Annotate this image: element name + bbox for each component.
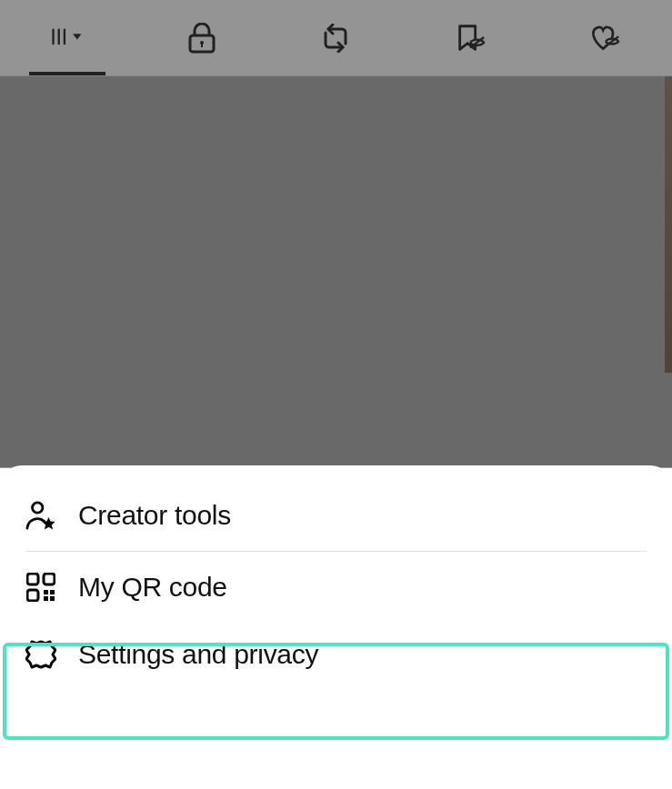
profile-options-sheet: Creator tools My QR code Settings and pr… xyxy=(0,465,672,789)
qr-code-icon xyxy=(25,572,56,603)
svg-rect-12 xyxy=(44,590,48,594)
menu-item-label: My QR code xyxy=(78,572,227,603)
svg-rect-14 xyxy=(44,596,48,601)
svg-rect-13 xyxy=(50,590,55,594)
svg-point-8 xyxy=(33,503,43,513)
profile-content-area xyxy=(0,76,672,467)
creator-tools-item[interactable]: Creator tools xyxy=(0,482,672,549)
settings-privacy-item[interactable]: Settings and privacy xyxy=(0,621,672,688)
svg-rect-9 xyxy=(27,574,38,584)
person-star-icon xyxy=(25,500,56,531)
svg-rect-11 xyxy=(27,590,38,601)
bookmark-hidden-icon xyxy=(455,23,486,54)
qr-code-item[interactable]: My QR code xyxy=(0,554,672,621)
reposts-tab[interactable] xyxy=(269,0,404,75)
lock-icon xyxy=(186,23,217,54)
settings-icon xyxy=(25,639,56,670)
liked-tab[interactable] xyxy=(537,0,672,75)
menu-item-label: Settings and privacy xyxy=(78,639,318,670)
grid-tab[interactable] xyxy=(0,0,135,75)
menu-item-label: Creator tools xyxy=(78,500,231,531)
repost-icon xyxy=(320,23,351,54)
heart-hidden-icon xyxy=(589,23,620,54)
profile-tab-bar xyxy=(0,0,672,76)
saved-tab[interactable] xyxy=(403,0,537,75)
grid-sort-icon xyxy=(52,23,83,54)
menu-divider xyxy=(25,551,647,552)
private-tab[interactable] xyxy=(135,0,269,75)
grid-thumbnail-edge xyxy=(665,76,672,373)
svg-rect-10 xyxy=(44,574,55,584)
svg-rect-15 xyxy=(50,596,55,601)
svg-point-16 xyxy=(36,650,45,659)
